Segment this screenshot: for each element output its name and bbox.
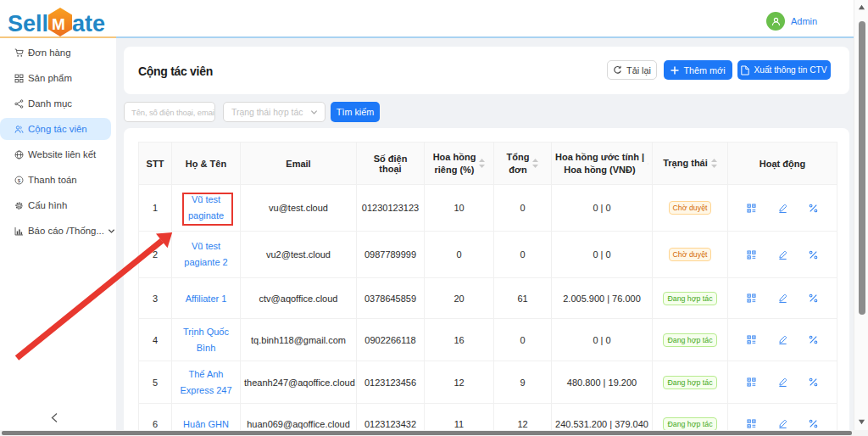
- svg-text:M: M: [52, 15, 65, 33]
- svg-text:$: $: [18, 176, 21, 182]
- svg-text:Sell: Sell: [8, 11, 48, 36]
- svg-text:ate: ate: [72, 11, 105, 36]
